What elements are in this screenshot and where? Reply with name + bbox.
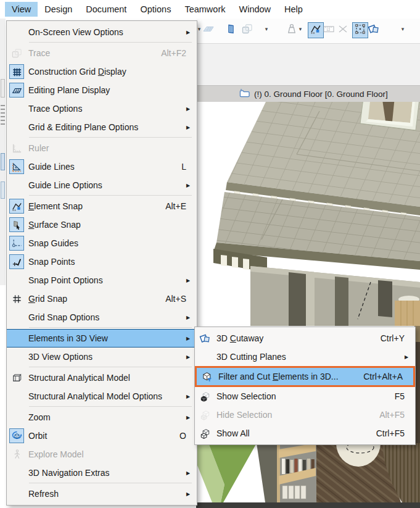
menu-item-grid-snap[interactable]: Grid SnapAlt+S bbox=[7, 289, 197, 308]
menu-separator bbox=[29, 367, 192, 367]
menu-item-label: Elements in 3D View bbox=[28, 333, 179, 343]
no-icon bbox=[9, 273, 24, 288]
menu-item-ruler[interactable]: Ruler bbox=[7, 139, 197, 157]
view-menu-popup: On-Screen View Options▶TraceAlt+F2Constr… bbox=[6, 20, 197, 506]
no-icon bbox=[9, 486, 24, 501]
menubar-item-teamwork[interactable]: Teamwork bbox=[178, 2, 232, 17]
menu-item-structural-analytical-model[interactable]: Structural Analytical Model bbox=[7, 369, 197, 387]
construction-grid-icon bbox=[9, 64, 24, 79]
no-arrow bbox=[405, 396, 415, 397]
menu-item-explore-model[interactable]: Explore Model bbox=[7, 445, 197, 464]
menu-item-snap-guides[interactable]: Snap Guides bbox=[7, 234, 197, 252]
menu-item-label: Grid Snap Options bbox=[28, 312, 179, 322]
menu-item-show-selection[interactable]: Show SelectionF5 bbox=[195, 387, 415, 406]
no-arrow bbox=[186, 148, 197, 149]
grid-snap-icon bbox=[9, 291, 24, 306]
menu-item-label: Show Selection bbox=[216, 391, 387, 401]
toolbar-trace-button[interactable] bbox=[239, 22, 255, 38]
menubar-item-help[interactable]: Help bbox=[278, 2, 310, 17]
dropdown-caret-icon[interactable]: ▾ bbox=[263, 26, 270, 32]
no-arrow bbox=[186, 225, 197, 225]
svg-text:12: 12 bbox=[326, 28, 330, 31]
submenu-arrow-icon: ▶ bbox=[186, 182, 197, 188]
no-arrow bbox=[186, 299, 197, 299]
menu-item-label: Ruler bbox=[28, 143, 179, 153]
menubar-item-view[interactable]: View bbox=[5, 2, 38, 17]
cutaway-icon bbox=[368, 23, 380, 38]
menu-item-3d-cutting-planes[interactable]: 3D Cutting Planes▶ bbox=[195, 348, 415, 366]
no-icon bbox=[9, 101, 24, 116]
dropdown-caret-icon[interactable]: ▾ bbox=[400, 26, 406, 32]
no-arrow bbox=[186, 53, 197, 54]
menubar-item-options[interactable]: Options bbox=[133, 2, 178, 17]
menu-item-element-snap[interactable]: Element SnapAlt+E bbox=[7, 197, 197, 215]
menu-item-shortcut: L bbox=[181, 162, 186, 172]
menu-item-label: Snap Points bbox=[28, 257, 179, 267]
toolbar-cutaway-button[interactable] bbox=[366, 22, 382, 38]
menu-item-orbit[interactable]: OrbitO bbox=[7, 427, 197, 445]
menu-item-elements-in-3d-view[interactable]: Elements in 3D View▶ bbox=[7, 329, 197, 348]
menubar-item-document[interactable]: Document bbox=[79, 2, 133, 17]
menu-item-editing-plane-display[interactable]: Editing Plane Display bbox=[7, 81, 197, 99]
menu-item-structural-analytical-model-options[interactable]: Structural Analytical Model Options▶ bbox=[7, 387, 197, 406]
show-selection-icon bbox=[197, 389, 212, 404]
viewport-bottom-edge bbox=[196, 502, 420, 508]
menu-item-label: 3D Cutting Planes bbox=[216, 352, 397, 362]
menu-item-trace[interactable]: TraceAlt+F2 bbox=[7, 44, 197, 62]
menubar-item-design[interactable]: Design bbox=[38, 2, 79, 17]
menu-item-label: Refresh bbox=[28, 489, 179, 499]
orbit-icon bbox=[9, 428, 24, 443]
menu-item-label: Show All bbox=[216, 428, 369, 438]
hide-selection-icon bbox=[197, 407, 212, 422]
submenu-arrow-icon: ▶ bbox=[186, 124, 197, 130]
pinch-x-icon bbox=[337, 23, 349, 38]
menu-item-construction-grid-display[interactable]: Construction Grid Display bbox=[7, 62, 197, 81]
menu-item-grid-snap-options[interactable]: Grid Snap Options▶ bbox=[7, 308, 197, 327]
trace-icon bbox=[241, 23, 253, 38]
toolbar-grid-slab-button[interactable] bbox=[200, 22, 216, 38]
submenu-arrow-icon: ▶ bbox=[186, 314, 197, 320]
no-arrow bbox=[186, 262, 197, 262]
menu-item-shortcut: Alt+E bbox=[165, 201, 186, 211]
menu-item-snap-points[interactable]: Snap Points bbox=[7, 252, 197, 271]
menu-item-trace-options[interactable]: Trace Options▶ bbox=[7, 99, 197, 118]
menubar-item-window[interactable]: Window bbox=[232, 2, 278, 17]
no-arrow bbox=[186, 206, 197, 207]
menu-item-3d-view-options[interactable]: 3D View Options▶ bbox=[7, 348, 197, 366]
marquee-icon bbox=[354, 23, 366, 38]
menu-item-guide-line-options[interactable]: Guide Line Options▶ bbox=[7, 176, 197, 194]
menu-separator bbox=[29, 137, 192, 138]
no-icon bbox=[9, 349, 24, 364]
menu-item-guide-lines[interactable]: Guide LinesL bbox=[7, 157, 197, 176]
menu-item-label: 3D Navigation Extras bbox=[28, 468, 179, 478]
toolbar-blue-panel-button[interactable] bbox=[223, 22, 239, 38]
menu-separator bbox=[29, 42, 192, 43]
menu-item-snap-point-options[interactable]: Snap Point Options▶ bbox=[7, 271, 197, 289]
menu-item-show-all[interactable]: Show AllCtrl+F5 bbox=[195, 424, 415, 443]
toolbar-pinch-x-button[interactable] bbox=[335, 22, 351, 38]
elements-in-3d-view-submenu: 3D CutawayCtrl+Y3D Cutting Planes▶Filter… bbox=[194, 327, 416, 445]
menu-item-hide-selection[interactable]: Hide SelectionAlt+F5 bbox=[195, 406, 415, 424]
menu-item-3d-cutaway[interactable]: 3D CutawayCtrl+Y bbox=[195, 329, 415, 348]
submenu-arrow-icon: ▶ bbox=[405, 354, 415, 360]
menu-separator bbox=[29, 406, 192, 407]
menu-item-3d-navigation-extras[interactable]: 3D Navigation Extras▶ bbox=[7, 464, 197, 482]
dropdown-caret-icon[interactable]: ▾ bbox=[297, 26, 303, 32]
ruler-icon bbox=[9, 141, 24, 156]
no-arrow bbox=[186, 454, 197, 455]
left-toolbar-sliver bbox=[0, 19, 6, 285]
menu-item-label: Surface Snap bbox=[28, 220, 179, 230]
no-arrow bbox=[186, 90, 197, 91]
guide-lines-icon bbox=[9, 159, 24, 174]
menu-item-grid-editing-plane-options[interactable]: Grid & Editing Plane Options▶ bbox=[7, 118, 197, 136]
menu-item-surface-snap[interactable]: Surface Snap bbox=[7, 215, 197, 234]
menu-item-refresh[interactable]: Refresh▶ bbox=[7, 485, 197, 503]
menu-item-zoom[interactable]: Zoom▶ bbox=[7, 408, 197, 427]
menu-item-filter-and-cut-elements-in-3d[interactable]: Filter and Cut Elements in 3D...Ctrl+Alt… bbox=[195, 366, 415, 387]
submenu-arrow-icon: ▶ bbox=[186, 29, 197, 35]
no-icon bbox=[9, 25, 24, 40]
menu-item-on-screen-view-options[interactable]: On-Screen View Options▶ bbox=[7, 23, 197, 41]
submenu-arrow-icon: ▶ bbox=[186, 106, 197, 112]
viewport-tab-bar[interactable]: (!) 0. Ground Floor [0. Ground Floor] bbox=[196, 85, 420, 102]
submenu-arrow-icon: ▶ bbox=[186, 470, 197, 476]
